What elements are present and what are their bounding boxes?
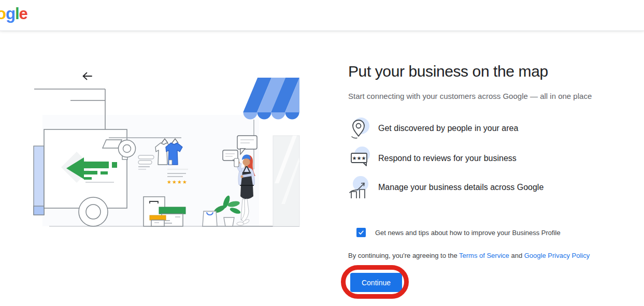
benefit-item-discovered: Get discovered by people in your area xyxy=(348,117,592,140)
newsletter-checkbox-label: Get news and tips about how to improve y… xyxy=(375,229,561,237)
terms-conjunction: and xyxy=(509,252,524,259)
benefit-label: Manage your business details across Goog… xyxy=(378,183,543,192)
newsletter-opt-in-row: Get news and tips about how to improve y… xyxy=(356,228,561,237)
storefront-illustration: ★★★★ xyxy=(31,68,300,229)
newsletter-checkbox[interactable] xyxy=(356,228,366,237)
google-business-profile-page: Google xyxy=(0,0,644,306)
review-stars: ★★★ xyxy=(352,155,366,161)
rating-stars: ★★★★ xyxy=(167,179,188,185)
reviews-bubble-icon: ★★★ xyxy=(348,147,371,170)
terms-text: By continuing, you're agreeing to the Te… xyxy=(348,252,590,259)
back-arrow-icon xyxy=(81,70,93,82)
google-logo[interactable]: Google xyxy=(0,5,27,23)
privacy-policy-link[interactable]: Google Privacy Policy xyxy=(524,252,590,259)
location-pin-icon xyxy=(348,116,371,140)
checkmark-icon xyxy=(357,229,365,236)
benefit-label: Get discovered by people in your area xyxy=(378,124,518,133)
page-title: Put your business on the map xyxy=(348,63,548,80)
terms-of-service-link[interactable]: Terms of Service xyxy=(459,252,509,259)
glass-pane xyxy=(273,136,299,226)
benefit-item-reviews: ★★★ Respond to reviews for your business xyxy=(348,147,592,170)
shopping-bag xyxy=(203,211,217,226)
benefit-item-manage: Manage your business details across Goog… xyxy=(348,176,592,199)
benefit-label: Respond to reviews for your business xyxy=(378,154,517,163)
page-subtitle: Start connecting with your customers acr… xyxy=(348,92,592,100)
terms-prefix: By continuing, you're agreeing to the xyxy=(348,252,459,259)
top-app-bar: Google xyxy=(0,0,644,31)
awning xyxy=(243,78,300,120)
continue-button[interactable]: Continue xyxy=(350,273,402,292)
growth-chart-icon xyxy=(348,176,371,199)
back-button[interactable] xyxy=(79,68,95,84)
